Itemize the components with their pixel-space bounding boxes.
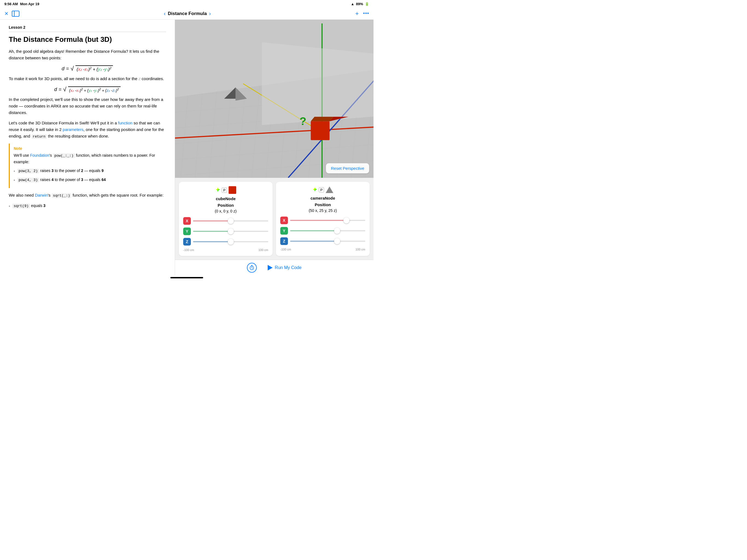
status-time: 9:56 AM	[4, 2, 18, 6]
camera-node-header: ✦ P	[280, 186, 365, 193]
lesson-panel: Lesson 2 The Distance Formula (but 3D) A…	[0, 20, 175, 275]
scene-view[interactable]: ? Reset Perspective	[175, 20, 374, 178]
cube-max-label: 100 cm	[258, 248, 268, 252]
battery-percent: 89%	[356, 2, 363, 6]
status-date: Mon Apr 19	[20, 2, 39, 6]
note-text: We'll use Foundation's pow(_:_:) functio…	[14, 152, 162, 165]
formula-3d: d = √ (x₂ -x₁)2 + (y₂ -y₁)2 + (z₂ -z₁)2	[9, 86, 166, 93]
forward-button[interactable]: ›	[209, 10, 211, 17]
pow-4-3-code: pow(4, 3)	[17, 178, 39, 182]
sqrt-code: sqrt(_:)	[52, 193, 71, 198]
camera-node-title: cameraNode	[280, 196, 365, 201]
timer-button[interactable]	[247, 263, 257, 273]
battery-icon: 🔋	[365, 2, 369, 6]
cube-3d-icon	[229, 186, 236, 194]
cube-node-title: cubeNode	[183, 196, 268, 202]
cube-z-slider[interactable]	[193, 241, 268, 242]
lesson-para5: We also need Darwin's sqrt(_:) function,…	[9, 192, 166, 199]
lesson-para4: Let's code the 3D Distance Formula in Sw…	[9, 120, 166, 140]
formula-2d: d = √ (x₂ -x₁)2 + (y₂ -y₁)2	[9, 65, 166, 72]
add-button[interactable]: +	[355, 10, 359, 17]
camera-max-label: 100 cm	[356, 248, 365, 251]
right-panel: ? Reset Perspective ✦ P cubeNode Positio…	[175, 20, 374, 275]
lesson-para1: Ah, the good old algebra days! Remember …	[9, 48, 166, 61]
cube-node-subtitle: Position	[183, 203, 268, 208]
toolbar: ✕ ‹ Distance Formula › + •••	[0, 8, 374, 20]
camera-x-slider-row: X	[280, 217, 365, 224]
cube-x-slider[interactable]	[193, 221, 268, 222]
camera-y-slider-row: Y	[280, 227, 365, 235]
darwin-link[interactable]: Darwin	[35, 193, 48, 198]
sidebar-toggle-button[interactable]	[12, 11, 19, 17]
cube-slider-labels: -100 cm 100 cm	[183, 248, 268, 252]
toolbar-center: ‹ Distance Formula ›	[23, 10, 352, 17]
cube-playgrounds-icon: ✦	[215, 186, 220, 194]
note-box: Note We'll use Foundation's pow(_:_:) fu…	[9, 144, 166, 188]
sqrt-9-code: sqrt(9)	[12, 204, 30, 208]
bullet-item-1: • pow(3, 2) raises 3 to the power of 2 —…	[14, 168, 162, 174]
camera-x-axis-btn: X	[280, 217, 288, 224]
return-code: return	[31, 134, 47, 139]
run-code-button[interactable]: Run My Code	[268, 265, 302, 271]
cube-p-icon: P	[222, 187, 227, 193]
more-button[interactable]: •••	[363, 11, 369, 17]
camera-x-slider[interactable]	[290, 220, 365, 221]
camera-z-axis-btn: Z	[280, 237, 288, 245]
page-title: Distance Formula	[168, 11, 207, 17]
camera-node-card: ✦ P cameraNode Position (50 x, 25 y, 25 …	[276, 182, 370, 256]
wifi-icon: ▲	[351, 2, 354, 6]
cube-z-axis-btn: Z	[183, 238, 191, 246]
bullet-item-2: • pow(4, 3) raises 4 to the power of 3 —…	[14, 177, 162, 183]
lesson-para3: In the completed project, we'll use this…	[9, 96, 166, 116]
z-reference: z	[138, 76, 140, 81]
cube-node-card: ✦ P cubeNode Position (0 x, 0 y, 0 z) X	[179, 182, 273, 256]
camera-node-position: (50 x, 25 y, 25 z)	[280, 208, 365, 213]
toolbar-left: ✕	[4, 11, 19, 17]
home-indicator	[0, 275, 374, 280]
cube-node-position: (0 x, 0 y, 0 z)	[183, 209, 268, 213]
svg-marker-6	[262, 42, 374, 125]
main-layout: Lesson 2 The Distance Formula (but 3D) A…	[0, 20, 374, 275]
camera-y-axis-btn: Y	[280, 227, 288, 235]
lesson-para2: To make it work for 3D points, all we ne…	[9, 75, 166, 82]
pow-3-2-code: pow(3, 2)	[17, 169, 39, 173]
reset-perspective-button[interactable]: Reset Perspective	[326, 163, 369, 173]
foundation-link[interactable]: Foundation	[30, 153, 49, 157]
status-bar: 9:56 AM Mon Apr 19 ▲ 89% 🔋	[0, 0, 374, 8]
camera-node-subtitle: Position	[280, 202, 365, 207]
cube-y-slider-row: Y	[183, 228, 268, 235]
cube-min-label: -100 cm	[183, 248, 194, 252]
status-right: ▲ 89% 🔋	[351, 2, 369, 6]
note-label: Note	[14, 146, 162, 151]
cube-y-slider[interactable]	[193, 231, 268, 232]
svg-rect-7	[311, 121, 330, 140]
cube-x-axis-btn: X	[183, 217, 191, 225]
function-link[interactable]: function	[118, 121, 133, 125]
pow-code: pow(_:_:)	[53, 153, 75, 158]
svg-marker-8	[311, 117, 333, 121]
camera-playgrounds-icon: ✦	[312, 186, 317, 193]
scene-svg: ?	[175, 20, 374, 178]
bullet-item-3: • sqrt(9) equals 3	[9, 203, 166, 209]
camera-z-slider-row: Z	[280, 237, 365, 245]
lesson-title: The Distance Formula (but 3D)	[9, 35, 166, 44]
camera-slider-labels: -100 cm 100 cm	[280, 248, 365, 251]
camera-min-label: -100 cm	[280, 248, 291, 251]
cube-y-axis-btn: Y	[183, 228, 191, 235]
close-button[interactable]: ✕	[4, 11, 8, 17]
bottom-bar: Run My Code	[175, 260, 374, 275]
camera-y-slider[interactable]	[290, 230, 365, 231]
run-code-label: Run My Code	[275, 265, 302, 270]
svg-text:?: ?	[300, 115, 306, 127]
controls-panel: ✦ P cubeNode Position (0 x, 0 y, 0 z) X	[175, 178, 374, 260]
toolbar-right: + •••	[355, 10, 369, 17]
parameters-link[interactable]: parameters	[62, 127, 83, 132]
cube-z-slider-row: Z	[183, 238, 268, 246]
camera-z-slider[interactable]	[290, 240, 365, 242]
home-bar	[170, 277, 203, 278]
cube-x-slider-row: X	[183, 217, 268, 225]
back-button[interactable]: ‹	[164, 10, 166, 17]
status-left: 9:56 AM Mon Apr 19	[4, 2, 40, 6]
run-triangle-icon	[268, 265, 273, 271]
lesson-label: Lesson 2	[9, 25, 166, 32]
